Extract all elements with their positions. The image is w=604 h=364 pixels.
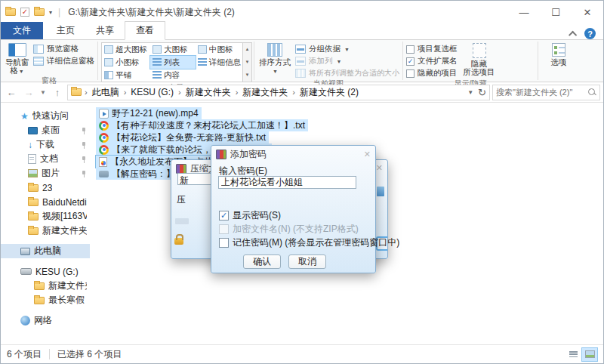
refresh-icon[interactable]: ↻ [478,87,486,98]
gallery-more-icon[interactable]: ▼ [243,69,251,82]
layout-details[interactable]: 详细信息 [196,56,242,69]
file-row[interactable]: 野子12-21 (new).mp4 [96,107,202,119]
tab-share[interactable]: 共享 [85,22,125,39]
crumb-folder-2[interactable]: 新建文件夹 [241,86,289,99]
navigation-pane-label: 导航窗格 [5,57,29,75]
cancel-button[interactable]: 取消 [288,254,326,269]
caption-buttons: — ☐ ✕ [508,1,603,23]
sort-by-button[interactable]: 排序方式▼ [257,42,292,76]
list-view-icon [153,58,162,66]
ribbon-group-current-view: 排序方式▼ 分组依据▼ 添加列▼ 将所有列调整为合适的大小 当前视图 [254,40,402,82]
layout-tiles[interactable]: 平铺 [102,69,150,82]
pin-icon [81,141,87,149]
hidden-items-toggle[interactable]: 隐藏的项目 [406,68,458,79]
layout-lg-icons[interactable]: 大图标 [150,43,196,56]
details-view-icon [198,58,207,66]
sidebar-item-23[interactable]: 23 [1,180,90,195]
winrar-icon [216,150,226,159]
sidebar-item-videos[interactable]: 视频[1163V] [1,209,90,224]
sidebar-item-desktop[interactable]: 桌面 [1,123,90,137]
search-box[interactable] [492,85,600,100]
close-button[interactable]: ✕ [572,1,603,23]
chevron-down-icon: ▼ [273,69,278,74]
crumb-drive[interactable]: KESU (G:) [129,87,175,97]
search-input[interactable] [496,88,588,97]
desktop-icon [28,127,38,134]
sidebar-item-pictures[interactable]: 图片 [1,166,90,180]
xl-icons-icon [104,45,113,54]
sm-icons-icon [104,58,113,66]
ribbon-group-options: 选项 [538,40,579,82]
layout-xl-icons[interactable]: 超大图标 [102,43,150,56]
minimize-button[interactable]: — [508,1,540,23]
sidebar-item-documents[interactable]: 文档 [1,152,90,166]
lg-icons-icon [153,45,162,54]
thumbnail-view-toggle[interactable] [582,348,597,361]
sidebar-item-new-folder-2[interactable]: 新建文件夹 (2) [1,224,90,238]
preview-pane-button[interactable]: 预览窗格 [33,44,94,54]
options-button[interactable]: 选项 [541,42,576,66]
navigation-pane-button[interactable]: 导航窗格▼ [4,42,30,76]
help-icon[interactable]: ? [584,28,596,39]
layout-sm-icons[interactable]: 小图标 [102,56,150,69]
crumb-folder-1[interactable]: 新建文件夹 [184,86,233,99]
qat-separator: | [58,7,60,17]
layout-content[interactable]: 内容 [150,69,196,82]
maximize-button[interactable]: ☐ [540,1,572,23]
sidebar-network[interactable]: 网络 [1,313,90,328]
forward-icon[interactable]: → [21,87,36,98]
up-icon[interactable]: ↑ [50,87,65,98]
tab-view[interactable]: 查看 [125,21,165,40]
item-checkboxes-toggle[interactable]: 项目复选框 [406,44,458,54]
properties-check-icon[interactable]: ✓ [20,8,29,17]
archive-name-input-fragment[interactable]: 新 [177,173,212,185]
recent-locations-icon[interactable]: ▼ [39,89,48,96]
tab-home[interactable]: 主页 [46,22,85,39]
selected-count: 已选择 6 个项目 [57,348,122,361]
sidebar-this-pc[interactable]: 此电脑 [1,244,90,258]
close-icon[interactable]: ✕ [364,150,371,159]
breadcrumb[interactable]: › 此电脑 › KESU (G:) › 新建文件夹 › 新建文件夹 › 新建文件… [67,85,490,100]
collapse-ribbon-icon[interactable] [569,30,577,39]
layout-list[interactable]: 列表 [150,56,196,69]
sidebar-drive-child-new-folder[interactable]: 新建文件夹 [1,279,90,293]
star-icon: ★ [20,112,29,121]
gallery-up-icon[interactable]: ▲ [243,43,251,56]
address-dropdown-icon[interactable]: ▼ [467,89,473,96]
remember-password-checkbox[interactable]: 记住密码(M) (将会显示在管理密码窗口中) [219,236,399,249]
details-pane-icon [33,57,44,66]
sidebar-item-downloads[interactable]: ↓下载 [1,137,90,152]
tab-file[interactable]: 文件 [1,22,43,39]
sidebar-drive-kesu[interactable]: KESU (G:) [1,264,90,279]
qat-dropdown-icon[interactable]: ▾ [49,9,52,16]
sidebar-item-baidunetdisk[interactable]: BaiduNetdiskDown [1,195,90,209]
checkbox-unchecked-icon [406,45,414,54]
file-row[interactable]: 【有种子却没速度？来村花论坛人工加速！】.txt [96,119,308,131]
details-view-toggle[interactable] [565,348,581,361]
group-by-button[interactable]: 分组依据▼ [295,44,399,54]
file-row[interactable]: 【村花论坛】全免费-无套路-更新快.txt [96,131,269,143]
gallery-scrollbar[interactable]: ▲ ▼ ▼ [243,42,252,82]
download-icon: ↓ [28,140,32,150]
confirm-button[interactable]: 确认 [243,254,281,269]
crumb-folder-3[interactable]: 新建文件夹 (2) [298,86,360,99]
hide-selected-icon [473,43,486,58]
sidebar-quick-access[interactable]: ★快速访问 [1,109,90,123]
show-password-checkbox[interactable]: ✓ 显示密码(S) [219,209,281,222]
browse-button-fragment[interactable] [377,187,384,196]
back-icon[interactable]: ← [4,87,19,98]
gallery-down-icon[interactable]: ▼ [243,56,251,69]
password-input[interactable] [218,176,356,189]
close-icon[interactable]: ✕ [376,163,383,173]
encrypt-filenames-checkbox: 加密文件名(N) (不支持ZIP格式) [219,223,359,236]
file-extensions-toggle[interactable]: ✓文件扩展名 [406,56,458,66]
layout-md-icons[interactable]: 中图标 [196,43,242,56]
password-dialog-titlebar[interactable]: 添加密码 ✕ [211,146,375,162]
details-pane-button[interactable]: 详细信息窗格 [33,56,94,66]
hide-selected-button[interactable]: 隐藏所选项目 [461,42,498,76]
crumb-this-pc[interactable]: 此电脑 [91,86,121,99]
new-folder-icon[interactable] [34,8,45,16]
folder-icon [28,227,39,235]
chevron-down-icon: ▼ [19,69,24,74]
sidebar-drive-child-holiday[interactable]: 最长寒假 [1,293,90,307]
